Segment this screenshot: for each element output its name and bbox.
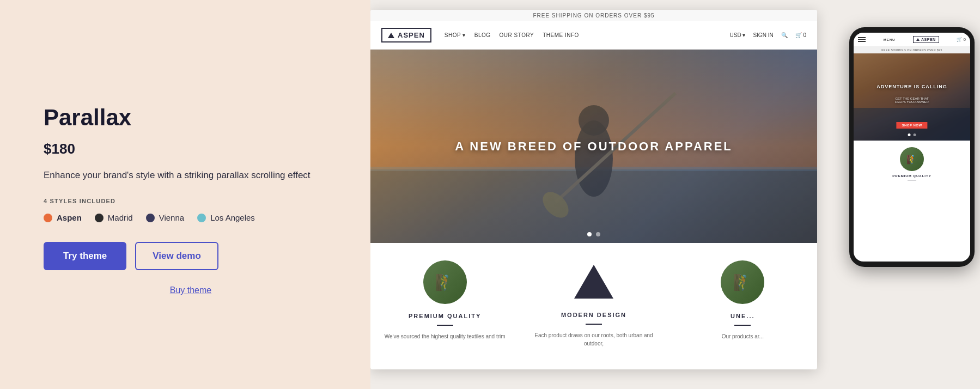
mobile-preview: MENU ASPEN 🛒 0 FREE SHIPPING ON ORDERS O… bbox=[849, 27, 975, 267]
aspen-nav: ASPEN SHOP ▾ BLOG OUR STORY THEME INFO U… bbox=[370, 21, 817, 50]
mobile-dot-2[interactable] bbox=[914, 133, 916, 136]
feature-title-2: MODERN DESIGN bbox=[533, 312, 654, 318]
mobile-feature-title-1: PREMIUM QUALITY bbox=[887, 174, 936, 178]
style-name-aspen: Aspen bbox=[57, 213, 82, 222]
left-panel: Parallax $180 Enhance your brand's style… bbox=[0, 0, 370, 389]
logo-text: ASPEN bbox=[398, 31, 425, 39]
button-row: Try theme View demo bbox=[44, 242, 338, 270]
feature-text-3: Our products ar... bbox=[682, 332, 803, 341]
hero-dots bbox=[587, 232, 600, 236]
style-dot-aspen bbox=[44, 214, 52, 222]
nav-theme-info[interactable]: THEME INFO bbox=[543, 32, 579, 38]
style-options: Aspen Madrid Vienna Los Angeles bbox=[44, 213, 338, 222]
hero-dot-1[interactable] bbox=[587, 232, 592, 236]
cart-icon[interactable]: 🛒 0 bbox=[795, 32, 806, 38]
feature-text-1: We've sourced the highest quality textil… bbox=[385, 332, 506, 341]
mobile-hero-dots bbox=[908, 133, 916, 136]
nav-blog[interactable]: BLOG bbox=[474, 32, 491, 38]
feature-title-1: PREMIUM QUALITY bbox=[385, 313, 506, 319]
feature-divider-2 bbox=[586, 324, 602, 325]
nav-sign-in[interactable]: SIGN IN bbox=[753, 32, 773, 38]
style-name-vienna: Vienna bbox=[159, 213, 184, 222]
mobile-feature-divider-1 bbox=[908, 180, 916, 180]
style-dot-los-angeles bbox=[197, 214, 206, 222]
mobile-menu-button[interactable] bbox=[858, 37, 866, 42]
mobile-shipping-bar: FREE SHIPPING ON ORDERS OVER $95 bbox=[854, 47, 970, 53]
style-name-madrid: Madrid bbox=[108, 213, 133, 222]
shipping-bar: FREE SHIPPING ON ORDERS OVER $95 bbox=[370, 10, 817, 21]
svg-point-4 bbox=[579, 105, 609, 136]
style-option-vienna[interactable]: Vienna bbox=[146, 213, 184, 222]
feature-divider-3 bbox=[734, 325, 751, 326]
theme-price: $180 bbox=[44, 141, 338, 157]
nav-shop[interactable]: SHOP ▾ bbox=[445, 32, 466, 38]
feature-text-2: Each product draws on our roots, both ur… bbox=[533, 331, 654, 348]
mobile-person-icon: 🧗 bbox=[906, 154, 917, 165]
mobile-logo: ASPEN bbox=[913, 36, 939, 43]
mobile-shop-now-button[interactable]: SHOP NOW bbox=[896, 122, 927, 129]
feature-modern-design: MODERN DESIGN Each product draws on our … bbox=[527, 260, 661, 348]
nav-links: SHOP ▾ BLOG OUR STORY THEME INFO bbox=[445, 32, 579, 38]
feature-divider-1 bbox=[437, 325, 453, 326]
mobile-dot-1[interactable] bbox=[908, 133, 911, 136]
logo-triangle-icon bbox=[388, 33, 394, 38]
feature-title-3: UNE... bbox=[682, 313, 803, 319]
mobile-logo-triangle-icon bbox=[916, 38, 920, 41]
view-demo-button[interactable]: View demo bbox=[135, 242, 218, 270]
feature-premium-quality: 🧗 PREMIUM QUALITY We've sourced the high… bbox=[378, 260, 512, 341]
mobile-cart-icon[interactable]: 🛒 0 bbox=[957, 37, 966, 42]
styles-label: 4 STYLES INCLUDED bbox=[44, 198, 338, 204]
theme-title: Parallax bbox=[44, 105, 338, 131]
search-icon[interactable]: 🔍 bbox=[781, 32, 788, 38]
feature-icon-circle-1: 🧗 bbox=[423, 260, 467, 304]
menu-line-2 bbox=[858, 39, 866, 40]
mobile-hero-sub: GET THE GEAR THATHELPS YOU ANSWER bbox=[895, 97, 929, 104]
mobile-logo-text: ASPEN bbox=[921, 38, 936, 41]
nav-our-story[interactable]: OUR STORY bbox=[500, 32, 534, 38]
feature-icon-circle-3: 🧗 bbox=[721, 260, 764, 304]
nav-usd[interactable]: USD ▾ bbox=[730, 32, 746, 38]
aspen-hero: A NEW BREED OF OUTDOOR APPAREL bbox=[370, 50, 817, 243]
mobile-hero-text: ADVENTURE IS CALLING bbox=[876, 84, 947, 89]
theme-description: Enhance your brand's style with a striki… bbox=[44, 168, 327, 183]
menu-line-1 bbox=[858, 37, 866, 38]
style-option-aspen[interactable]: Aspen bbox=[44, 213, 82, 222]
style-option-madrid[interactable]: Madrid bbox=[95, 213, 133, 222]
right-panel: FREE SHIPPING ON ORDERS OVER $95 ASPEN S… bbox=[370, 0, 980, 389]
mobile-screen: MENU ASPEN 🛒 0 FREE SHIPPING ON ORDERS O… bbox=[854, 33, 970, 262]
buy-theme-link[interactable]: Buy theme bbox=[44, 285, 338, 295]
style-option-los-angeles[interactable]: Los Angeles bbox=[197, 213, 255, 222]
style-dot-vienna bbox=[146, 214, 155, 222]
menu-line-3 bbox=[858, 41, 866, 42]
aspen-logo: ASPEN bbox=[381, 28, 431, 42]
person-icon-3: 🧗 bbox=[733, 273, 752, 291]
hero-text: A NEW BREED OF OUTDOOR APPAREL bbox=[455, 139, 733, 154]
person-icon: 🧗 bbox=[435, 273, 454, 291]
desktop-preview: FREE SHIPPING ON ORDERS OVER $95 ASPEN S… bbox=[370, 10, 817, 369]
try-theme-button[interactable]: Try theme bbox=[44, 242, 126, 270]
mobile-menu-label: MENU bbox=[884, 38, 896, 41]
hero-dot-2[interactable] bbox=[596, 232, 600, 236]
mobile-hero: ADVENTURE IS CALLING GET THE GEAR THATHE… bbox=[854, 53, 970, 141]
mobile-feature-circle-1: 🧗 bbox=[900, 147, 924, 171]
nav-right: USD ▾ SIGN IN 🔍 🛒 0 bbox=[730, 32, 806, 38]
feature-icon-triangle bbox=[574, 265, 613, 299]
style-dot-madrid bbox=[95, 214, 104, 222]
mobile-features: 🧗 PREMIUM QUALITY bbox=[854, 141, 970, 189]
mobile-nav: MENU ASPEN 🛒 0 bbox=[854, 33, 970, 47]
style-name-los-angeles: Los Angeles bbox=[210, 213, 255, 222]
mobile-feature-1: 🧗 PREMIUM QUALITY bbox=[887, 147, 936, 183]
aspen-features: 🧗 PREMIUM QUALITY We've sourced the high… bbox=[370, 243, 817, 356]
feature-third: 🧗 UNE... Our products ar... bbox=[675, 260, 809, 341]
